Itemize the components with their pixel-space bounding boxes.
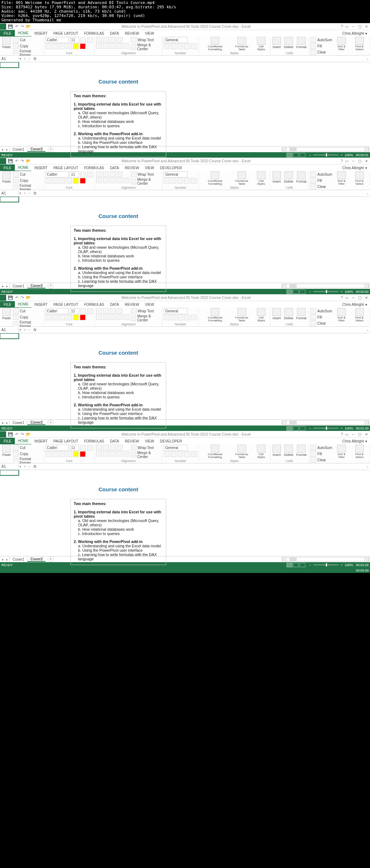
insert-cells-button[interactable]: Insert [272,37,282,49]
zoom-in-icon[interactable]: + [341,153,343,157]
window-title: Welcome to PowerPivot and Advancecd BI T… [31,25,341,29]
view-normal-icon[interactable] [287,153,292,157]
fill-color-icon[interactable] [73,43,79,49]
status-bar: READY −+100% 00:00:01 [0,152,370,158]
formulas-tab[interactable]: FORMULAS [81,30,107,37]
underline-icon[interactable] [59,43,65,49]
view-switcher[interactable] [287,153,305,157]
sheet-tab-cover2[interactable]: Cover2 [27,147,46,152]
shrink-font-icon[interactable] [87,37,93,43]
quick-access-toolbar[interactable]: 💾 ↶ ↷ 📂 [7,24,31,29]
group-label: Alignment [96,51,161,55]
name-box-dropdown-icon[interactable]: ▾ [18,57,22,60]
grow-font-icon[interactable] [80,37,86,43]
open-icon[interactable]: 📂 [26,24,31,29]
group-label: Cells [272,51,307,55]
excel-window-2: 💾↶↷📂Welcome to PowerPivot and Advancecd … [0,158,370,294]
indent-dec-icon[interactable] [117,43,122,49]
autosum-button[interactable]: AutoSum [310,37,332,43]
sort-filter-button[interactable]: Sort & Filter [334,37,349,51]
comma-icon[interactable] [177,43,183,49]
close-icon[interactable]: ✕ [365,25,368,29]
currency-icon[interactable] [164,43,169,49]
sheet-tab-cover1[interactable]: Cover1 [9,147,27,151]
fontsize-selector[interactable]: 11 [70,37,79,43]
delete-cells-button[interactable]: Delete [283,37,294,49]
align-right-icon[interactable] [110,43,116,49]
minimize-icon[interactable]: ─ [352,25,354,29]
save-icon[interactable]: 💾 [8,24,13,29]
formula-bar-expand-icon[interactable]: ⌄ [365,57,370,60]
paste-button[interactable]: Paste [1,37,12,49]
undo-icon[interactable]: ↶ [15,24,18,29]
enter-icon[interactable]: ✓ [28,57,31,61]
pagelayout-tab[interactable]: PAGE LAYOUT [51,30,81,37]
zoom-slider[interactable] [313,154,339,155]
ribbon: Paste Cut Copy Format Painter Clipboard … [0,37,370,56]
review-tab[interactable]: REVIEW [122,30,142,37]
tab-scroll-left-icon[interactable]: ◂ [0,147,5,151]
view-pagebreak-icon[interactable] [300,153,305,157]
fill-button[interactable]: Fill [310,43,332,49]
final-status: 00:03:40 [0,568,370,573]
italic-icon[interactable] [52,43,58,49]
format-cells-button[interactable]: Format [296,37,307,49]
home-tab[interactable]: HOME [15,30,31,37]
cs-icon [257,37,266,45]
redo-icon[interactable]: ↷ [21,24,24,29]
zoom-control[interactable]: −+100% [309,153,353,157]
group-label: Number [164,51,197,55]
zoom-level[interactable]: 100% [345,153,353,157]
insert-tab[interactable]: INSERT [31,30,51,37]
number-format-selector[interactable]: General [164,37,188,43]
tab-scroll-right-icon[interactable]: ▸ [5,147,9,151]
clear-button[interactable]: Clear [310,49,332,55]
align-middle-icon[interactable] [103,37,109,43]
bold-icon[interactable] [46,43,51,49]
dec-decimal-icon[interactable] [191,43,197,49]
cancel-icon[interactable]: ✕ [23,57,26,61]
align-left-icon[interactable] [96,43,102,49]
indent-inc-icon[interactable] [124,43,129,49]
align-top-icon[interactable] [96,37,102,43]
align-center-icon[interactable] [103,43,109,49]
help-icon[interactable]: ? [341,25,345,29]
zoom-out-icon[interactable]: − [309,153,311,157]
horizontal-scrollbar[interactable] [282,147,369,151]
font-color-icon[interactable] [80,43,86,49]
inc-decimal-icon[interactable] [184,43,190,49]
align-bottom-icon[interactable] [110,37,116,43]
wrap-text-button[interactable]: Wrap Text [131,37,161,43]
data-tab[interactable]: DATA [107,30,122,37]
view-pagelayout-icon[interactable] [293,153,299,157]
group-styles: Conditional Formatting Format as Table C… [199,37,270,55]
format-as-table-button[interactable]: Format as Table [231,37,253,51]
group-font: Calibri11 Font [44,37,95,55]
percent-icon[interactable] [171,43,176,49]
merge-center-button[interactable]: Merge & Center [131,43,161,51]
border-icon[interactable] [66,43,72,49]
orientation-icon[interactable] [117,37,122,43]
title-bar: 💾 ↶ ↷ 📂 Welcome to PowerPivot and Advanc… [0,23,370,30]
meta-gen: Generated by Thumbnail me [1,18,369,22]
new-sheet-button[interactable]: + [48,146,53,152]
find-select-button[interactable]: Find & Select [351,37,368,51]
sheet-tab-bar: ◂ ▸ Cover1 Cover2 + [0,146,370,152]
account-user[interactable]: Chris Albright▾ [340,30,370,37]
fx-icon[interactable]: fx [32,57,39,61]
eraser-icon [310,49,316,55]
conditional-formatting-button[interactable]: Conditional Formatting [200,37,229,51]
cell-a1-selection[interactable] [0,62,19,68]
insert-icon [272,37,281,45]
font-selector[interactable]: Calibri [46,37,69,43]
find-icon [355,37,364,45]
view-tab[interactable]: VIEW [142,30,157,37]
cut-button[interactable]: Cut [13,37,42,43]
cell-styles-button[interactable]: Cell Styles [254,37,268,51]
file-tab[interactable]: FILE [0,30,15,37]
worksheet-area[interactable]: Course content Two main themes: 1. Impor… [0,62,370,146]
maximize-icon[interactable]: ▢ [358,25,361,29]
ribbon-options-icon[interactable]: ▭ [345,25,348,29]
copy-button[interactable]: Copy [13,43,42,49]
name-box[interactable]: A1 [0,57,18,61]
